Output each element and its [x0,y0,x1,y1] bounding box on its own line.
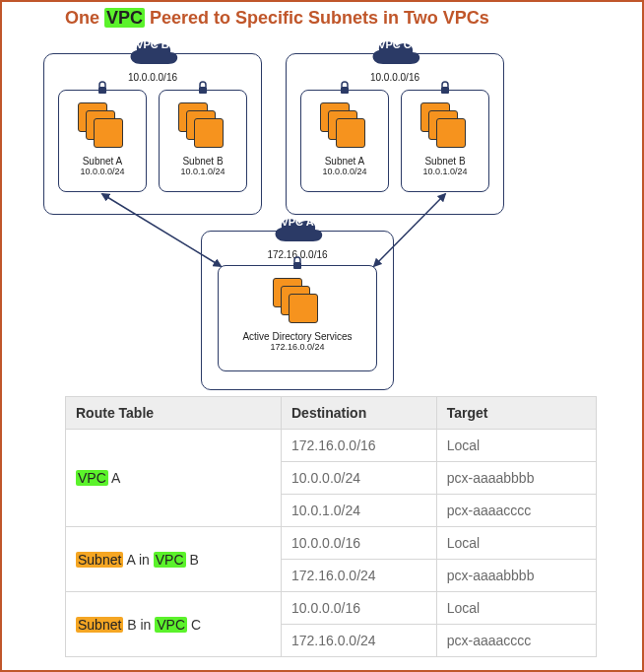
svg-rect-4 [293,262,301,269]
tgt-cell: pcx-aaaabbbb [436,462,596,495]
table-row: VPC A 172.16.0.0/16 Local [66,430,597,462]
vpc-highlight: VPC [155,617,187,633]
vpc-c-label: VPC C [363,38,426,50]
svg-rect-0 [98,87,106,94]
subnet-highlight: Subnet [76,617,123,633]
vpc-b-box: VPC B 10.0.0.0/16 Subnet A 10.0.0.0/24 S… [43,53,262,215]
vpc-b-cloud: VPC B [121,34,184,70]
vpc-a-subnet-cidr: 172.16.0.0/24 [219,342,376,352]
rt-text: B [186,552,199,568]
vpc-b-subnet-a-cidr: 10.0.0.0/24 [59,167,146,176]
table-row: Subnet A in VPC B 10.0.0.0/16 Local [66,527,597,560]
svg-rect-2 [341,87,349,94]
server-stack-icon [420,102,470,150]
vpc-c-cloud: VPC C [363,34,426,70]
server-stack-icon [78,102,127,150]
vpc-highlight: VPC [76,470,108,486]
vpc-c-subnet-b: Subnet B 10.0.1.0/24 [401,90,489,192]
table-row: Subnet B in VPC C 10.0.0.0/16 Local [66,592,597,625]
vpc-b-subnet-a-name: Subnet A [59,156,146,167]
title-pre: One [65,8,104,28]
vpc-b-subnet-b-cidr: 10.0.1.0/24 [160,167,246,176]
dest-cell: 10.0.0.0/16 [281,592,436,625]
vpc-b-cidr: 10.0.0.0/16 [44,72,261,83]
tgt-cell: pcx-aaaacccc [436,495,596,527]
vpc-c-box: VPC C 10.0.0.0/16 Subnet A 10.0.0.0/24 S… [286,53,504,215]
title-vpc-highlight: VPC [104,8,145,28]
server-stack-icon [320,102,369,150]
diagram-frame: One VPC Peered to Specific Subnets in Tw… [0,0,644,672]
route-table: Route Table Destination Target VPC A 172… [65,396,597,657]
vpc-b-subnet-b-name: Subnet B [160,156,246,167]
rt-text: A [108,470,120,486]
vpc-c-subnet-a-cidr: 10.0.0.0/24 [301,167,388,176]
tgt-cell: Local [436,527,596,560]
vpc-a-box: VPC A 172.16.0.0/16 Active Directory Ser… [201,231,394,390]
lock-icon [291,256,303,274]
tgt-cell: pcx-aaaacccc [436,625,596,657]
vpc-a-subnet: Active Directory Services 172.16.0.0/24 [218,265,377,371]
dest-cell: 10.0.0.0/16 [281,527,436,560]
rt-cell: Subnet A in VPC B [66,527,282,592]
dest-cell: 172.16.0.0/16 [281,430,436,462]
col-destination: Destination [281,397,436,430]
rt-text: A in [123,552,153,568]
vpc-b-subnet-b: Subnet B 10.0.1.0/24 [159,90,247,192]
dest-cell: 10.0.0.0/24 [281,462,436,495]
rt-cell: VPC A [66,430,282,527]
lock-icon [439,81,451,99]
vpc-c-subnet-b-cidr: 10.0.1.0/24 [402,167,488,176]
rt-text: B in [123,617,155,633]
dest-cell: 10.0.1.0/24 [281,495,436,527]
lock-icon [97,81,108,99]
svg-rect-3 [441,87,449,94]
vpc-b-subnet-a: Subnet A 10.0.0.0/24 [58,90,147,192]
diagram-title: One VPC Peered to Specific Subnets in Tw… [65,8,489,29]
lock-icon [339,81,351,99]
tgt-cell: Local [436,592,596,625]
lock-icon [197,81,209,99]
vpc-highlight: VPC [154,552,186,568]
dest-cell: 172.16.0.0/24 [281,560,436,592]
vpc-b-label: VPC B [121,38,184,50]
table-header-row: Route Table Destination Target [66,397,597,430]
title-post: Peered to Specific Subnets in Two VPCs [145,8,489,28]
vpc-a-subnet-name: Active Directory Services [219,331,376,342]
col-route-table: Route Table [66,397,282,430]
server-stack-icon [178,102,227,150]
rt-cell: Subnet B in VPC C [66,592,282,657]
tgt-cell: Local [436,430,596,462]
vpc-a-cloud: VPC A [266,212,329,247]
subnet-highlight: Subnet [76,552,123,568]
vpc-c-cidr: 10.0.0.0/16 [287,72,503,83]
col-target: Target [436,397,596,430]
vpc-a-label: VPC A [266,216,329,228]
vpc-c-subnet-a: Subnet A 10.0.0.0/24 [300,90,389,192]
dest-cell: 172.16.0.0/24 [281,625,436,657]
svg-rect-1 [199,87,207,94]
rt-text: C [187,617,201,633]
vpc-c-subnet-a-name: Subnet A [301,156,388,167]
server-stack-icon [273,278,322,325]
tgt-cell: pcx-aaaabbbb [436,560,596,592]
vpc-c-subnet-b-name: Subnet B [402,156,488,167]
